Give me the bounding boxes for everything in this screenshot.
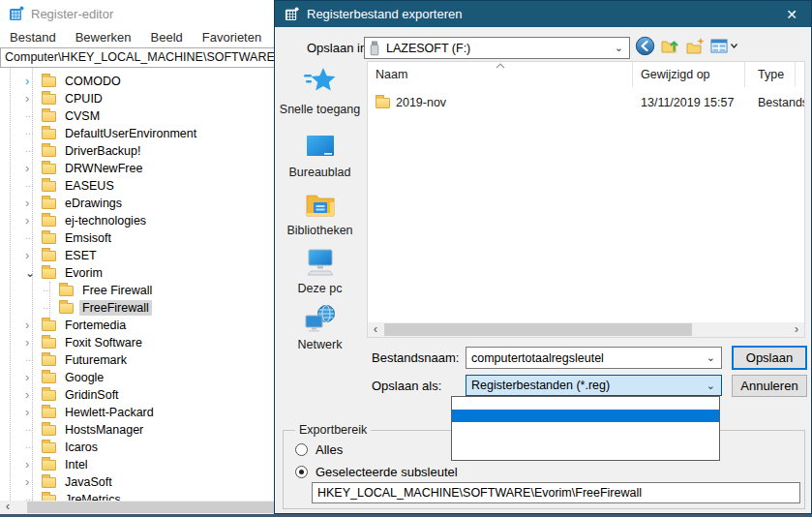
tree-item-label: ej-technologies [62, 213, 149, 228]
scroll-right-icon[interactable]: › [789, 322, 804, 337]
tree-item[interactable]: ⋯ Emsisoft [0, 229, 275, 247]
dropdown-option[interactable] [452, 422, 719, 435]
tree-item[interactable]: ⋯ DriverBackup! [0, 142, 275, 160]
tree-item[interactable]: › DRWNewFree [0, 160, 275, 177]
tree-expander-icon[interactable]: › [25, 317, 42, 334]
tree-item[interactable]: › GridinSoft [0, 386, 275, 404]
tree-expander-icon[interactable]: › [25, 195, 42, 212]
tree-item[interactable]: ⋯ CVSM [0, 107, 275, 125]
sort-ascending-icon[interactable] [496, 63, 505, 69]
tree-expander-icon[interactable]: ⋯ [25, 421, 42, 439]
radio-unselected-icon[interactable] [295, 443, 308, 456]
tree-item[interactable]: › JavaSoft [0, 473, 275, 491]
tree-item[interactable]: › ESET [0, 247, 275, 264]
menu-beeld[interactable]: Beeld [141, 30, 193, 45]
back-button[interactable] [635, 36, 655, 56]
dropdown-option[interactable] [452, 435, 719, 447]
selected-subkey-field[interactable]: HKEY_LOCAL_MACHINE\SOFTWARE\Evorim\FreeF… [312, 482, 800, 503]
dropdown-option[interactable] [452, 410, 719, 422]
tree-expander-icon[interactable]: › [25, 73, 42, 90]
tree-item[interactable]: › Fortemedia [0, 317, 275, 334]
tree-item[interactable]: ⋯ Icaros [0, 439, 275, 456]
filename-combobox[interactable]: computertotaalregsleutel ⌄ [466, 347, 722, 369]
tree-item[interactable]: › ej-technologies [0, 212, 275, 229]
tree-item[interactable]: ⋯ HostsManager [0, 421, 275, 439]
cancel-button[interactable]: Annuleren [732, 375, 807, 397]
tree-expander-icon[interactable]: ⋯ [25, 142, 42, 160]
location-combobox[interactable]: LAZESOFT (F:) ⌄ [364, 37, 630, 59]
chevron-down-icon[interactable]: ⌄ [707, 351, 721, 364]
tree-expander-icon[interactable]: ⋯ [25, 491, 42, 501]
filetype-combobox[interactable]: Registerbestanden (*.reg) ⌄ [466, 375, 722, 396]
tree-expander-icon[interactable]: ⌄ [25, 264, 42, 282]
tree-expander-icon[interactable]: › [25, 386, 42, 404]
tree-expander-icon[interactable]: › [25, 212, 42, 229]
tree-expander-icon[interactable]: › [25, 473, 42, 491]
tree-item[interactable]: ⌄ Evorim [0, 264, 275, 282]
scrollbar-thumb[interactable] [27, 502, 275, 513]
tree-expander-icon[interactable]: › [25, 160, 42, 177]
tree-expander-icon[interactable]: › [25, 247, 42, 264]
dropdown-option[interactable] [452, 397, 719, 410]
radio-row-all[interactable]: Alles [295, 442, 343, 457]
tree-expander-icon[interactable]: ⋯ [25, 439, 42, 456]
tree-item[interactable]: ⋯ DefaultUserEnvironment [0, 125, 275, 142]
tree-expander-icon[interactable]: ⋯ [25, 107, 42, 125]
column-header-name[interactable]: Naam [376, 68, 407, 81]
chevron-down-icon[interactable]: ⌄ [615, 42, 629, 54]
sidebar-item-network[interactable]: Netwerk [276, 302, 364, 351]
tree-expander-icon[interactable]: › [25, 404, 42, 421]
tree-expander-icon[interactable]: › [25, 456, 42, 473]
column-divider[interactable] [795, 62, 796, 87]
tree-item[interactable]: › Foxit Software [0, 334, 275, 351]
up-one-level-button[interactable] [660, 36, 680, 56]
radio-row-selected-subkey[interactable]: Geselecteerde subsleutel [295, 465, 458, 479]
tree-expander-icon[interactable]: ⋯ [43, 282, 59, 299]
sidebar-item-this-pc[interactable]: Deze pc [276, 246, 364, 295]
sidebar-item-quick-access[interactable]: Snelle toegang [276, 65, 364, 116]
sidebar-item-desktop[interactable]: Bureaublad [276, 132, 364, 179]
save-button[interactable]: Opslaan [732, 346, 807, 370]
tree-item[interactable]: › eDrawings [0, 195, 275, 212]
tree-expander-icon[interactable]: ⋯ [43, 299, 59, 317]
chevron-down-icon[interactable]: ⌄ [707, 380, 721, 392]
tree-expander-icon[interactable]: ⋯ [25, 125, 42, 142]
registry-address-bar[interactable]: Computer\HKEY_LOCAL_MACHINE\SOFTWARE\Evo [0, 47, 275, 68]
tree-item[interactable]: › Intel [0, 456, 275, 473]
filelist-horizontal-scrollbar[interactable]: ‹ › [368, 322, 804, 337]
tree-item-label: Free Firewall [79, 283, 155, 298]
column-divider[interactable] [744, 62, 745, 87]
tree-item[interactable]: ⋯ Free Firewall [0, 282, 275, 299]
column-header-type[interactable]: Type [758, 68, 784, 81]
scroll-left-icon[interactable]: ‹ [368, 322, 383, 337]
column-header-modified[interactable]: Gewijzigd op [641, 68, 710, 81]
tree-item[interactable]: ⋯ Futuremark [0, 351, 275, 369]
tree-expander-icon[interactable]: › [25, 90, 42, 107]
menu-bewerken[interactable]: Bewerken [66, 30, 141, 45]
menu-favorieten[interactable]: Favorieten [193, 30, 271, 45]
tree-expander-icon[interactable]: › [25, 369, 42, 386]
view-menu-button[interactable] [710, 38, 737, 54]
tree-expander-icon[interactable]: ⋯ [25, 229, 42, 247]
dropdown-option[interactable] [452, 447, 719, 460]
tree-item[interactable]: ⋯ EASEUS [0, 177, 275, 195]
menu-bestand[interactable]: Bestand [0, 30, 66, 45]
tree-item[interactable]: › COMODO [0, 73, 275, 90]
tree-expander-icon[interactable]: ⋯ [25, 351, 42, 369]
tree-expander-icon[interactable]: › [25, 334, 42, 351]
tree-item[interactable]: ⋯ FreeFirewall [0, 299, 275, 317]
tree-item[interactable]: › Google [0, 369, 275, 386]
tree-item[interactable]: › CPUID [0, 90, 275, 107]
new-folder-button[interactable] [685, 36, 706, 56]
tree-item[interactable]: ⋯ JreMetrics [0, 491, 275, 501]
tree-item[interactable]: › Hewlett-Packard [0, 404, 275, 421]
regedit-horizontal-scrollbar[interactable]: ‹ [0, 501, 275, 514]
scrollbar-thumb[interactable] [384, 323, 692, 336]
tree-item-label: Foxit Software [62, 335, 145, 350]
column-divider[interactable] [632, 62, 633, 87]
tree-expander-icon[interactable]: ⋯ [25, 177, 42, 195]
radio-selected-icon[interactable] [295, 466, 308, 478]
close-icon[interactable]: ✕ [782, 7, 801, 22]
sidebar-item-libraries[interactable]: Bibliotheken [276, 190, 364, 237]
scroll-left-icon[interactable]: ‹ [0, 501, 15, 514]
